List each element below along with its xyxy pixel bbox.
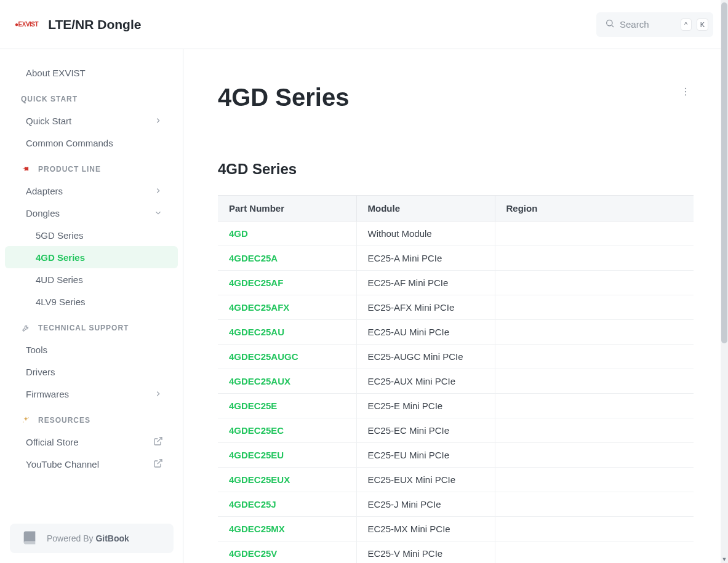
svg-point-0 [607,20,612,25]
table-row: 4GDEC25MXEC25-MX Mini PCIe [218,517,694,541]
sidebar-item-4gd[interactable]: 4GD Series [5,246,178,268]
sidebar-item-label: 5GD Series [36,230,84,241]
svg-line-1 [612,25,614,27]
svg-point-2 [28,417,29,418]
sidebar-item-drivers[interactable]: Drivers [5,361,178,383]
page-scrollbar[interactable]: ▲ ▼ [721,0,728,563]
cell-part-number: 4GDEC25AF [218,271,356,295]
sidebar-section-product-line: PRODUCT LINE [0,154,183,180]
svg-point-3 [23,421,23,422]
sidebar-item-youtube[interactable]: YouTube Channel [5,453,178,475]
part-number-link[interactable]: 4GDEC25EU [229,450,284,460]
cell-region [495,468,694,492]
cell-part-number: 4GDEC25A [218,246,356,271]
chevron-right-icon [153,389,163,399]
part-number-link[interactable]: 4GD [229,228,248,239]
sidebar-item-4ud[interactable]: 4UD Series [5,268,178,290]
table-row: 4GDEC25EUEC25-EU Mini PCIe [218,443,694,468]
cell-region [495,271,694,295]
cell-module: EC25-AUX Mini PCIe [356,369,495,394]
sidebar-item-label: Tools [26,345,47,355]
page-actions-menu[interactable] [678,84,694,102]
cell-part-number: 4GDEC25AUGC [218,345,356,369]
cell-part-number: 4GDEC25AU [218,320,356,345]
sidebar-item-label: Drivers [26,367,55,377]
external-link-icon [153,458,163,470]
sidebar-item-4lv9[interactable]: 4LV9 Series [5,290,178,313]
cell-module: EC25-EU Mini PCIe [356,443,495,468]
part-number-link[interactable]: 4GDEC25AUX [229,376,290,386]
powered-text: Powered By GitBook [47,533,129,543]
part-number-link[interactable]: 4GDEC25EUX [229,474,290,485]
table-row: 4GDEC25JEC25-J Mini PCIe [218,492,694,517]
cell-module: EC25-EC Mini PCIe [356,418,495,443]
sidebar-section-quickstart: QUICK START [0,84,183,110]
cell-module: EC25-EUX Mini PCIe [356,468,495,492]
sidebar-item-common-commands[interactable]: Common Commands [5,132,178,154]
sidebar-item-label: 4LV9 Series [36,297,86,307]
kbd-ctrl: ^ [681,18,692,31]
table-row: 4GDEC25AFXEC25-AFX Mini PCIe [218,295,694,320]
part-number-link[interactable]: 4GDEC25J [229,499,276,509]
table-row: 4GDEC25EUXEC25-EUX Mini PCIe [218,468,694,492]
cell-part-number: 4GD [218,222,356,246]
part-number-link[interactable]: 4GDEC25AF [229,278,283,288]
col-region: Region [495,196,694,222]
table-row: 4GDEC25AUGCEC25-AUGC Mini PCIe [218,345,694,369]
part-number-link[interactable]: 4GDEC25AFX [229,302,289,313]
cell-module: Without Module [356,222,495,246]
sidebar-section-resources: RESOURCES [0,405,183,431]
part-number-link[interactable]: 4GDEC25A [229,253,278,263]
scroll-down-arrow[interactable]: ▼ [721,556,728,563]
sidebar-item-official-store[interactable]: Official Store [5,431,178,453]
part-number-link[interactable]: 4GDEC25V [229,548,277,559]
search-icon [605,18,615,31]
col-part-number: Part Number [218,196,356,222]
cell-part-number: 4GDEC25AFX [218,295,356,320]
cell-part-number: 4GDEC25EC [218,418,356,443]
scrollbar-thumb[interactable] [721,2,727,343]
sparkle-icon [21,416,31,425]
cell-region [495,492,694,517]
table-row: 4GDEC25AFEC25-AF Mini PCIe [218,271,694,295]
sidebar: About EXVIST QUICK START Quick Start Com… [0,49,183,563]
search-button[interactable]: Search ^ K [596,12,713,37]
col-module: Module [356,196,495,222]
sidebar-section-tech-support: TECHNICAL SUPPORT [0,313,183,338]
sidebar-item-label: Firmwares [26,389,69,399]
cell-part-number: 4GDEC25V [218,541,356,564]
brand-logo[interactable]: ●EXVIST [15,21,38,28]
svg-point-6 [685,88,686,89]
sidebar-item-label: About EXVIST [26,68,86,78]
sidebar-item-dongles[interactable]: Dongles [5,202,178,224]
cell-region [495,369,694,394]
cell-region [495,443,694,468]
cell-part-number: 4GDEC25EU [218,443,356,468]
sidebar-item-firmwares[interactable]: Firmwares [5,383,178,405]
svg-line-5 [158,460,162,464]
pin-icon [21,165,31,174]
table-row: 4GDEC25VEC25-V Mini PCIe [218,541,694,564]
part-number-link[interactable]: 4GDEC25MX [229,524,285,534]
part-number-link[interactable]: 4GDEC25AU [229,327,284,337]
site-title[interactable]: LTE/NR Dongle [48,17,141,32]
sidebar-item-quick-start[interactable]: Quick Start [5,110,178,132]
part-number-link[interactable]: 4GDEC25EC [229,425,284,436]
sidebar-item-tools[interactable]: Tools [5,338,178,361]
sidebar-item-adapters[interactable]: Adapters [5,180,178,202]
cell-module: EC25-E Mini PCIe [356,394,495,418]
cell-region [495,295,694,320]
table-row: 4GDEC25AEC25-A Mini PCIe [218,246,694,271]
sidebar-item-label: Quick Start [26,116,71,126]
sidebar-item-5gd[interactable]: 5GD Series [5,224,178,246]
table-row: 4GDEC25AUEC25-AU Mini PCIe [218,320,694,345]
svg-point-7 [685,91,686,92]
cell-region [495,345,694,369]
cell-part-number: 4GDEC25AUX [218,369,356,394]
cell-region [495,222,694,246]
chevron-down-icon [153,208,163,218]
powered-by-gitbook[interactable]: Powered By GitBook [10,524,174,553]
sidebar-item-about[interactable]: About EXVIST [5,62,178,84]
part-number-link[interactable]: 4GDEC25AUGC [229,351,298,362]
part-number-link[interactable]: 4GDEC25E [229,401,277,411]
